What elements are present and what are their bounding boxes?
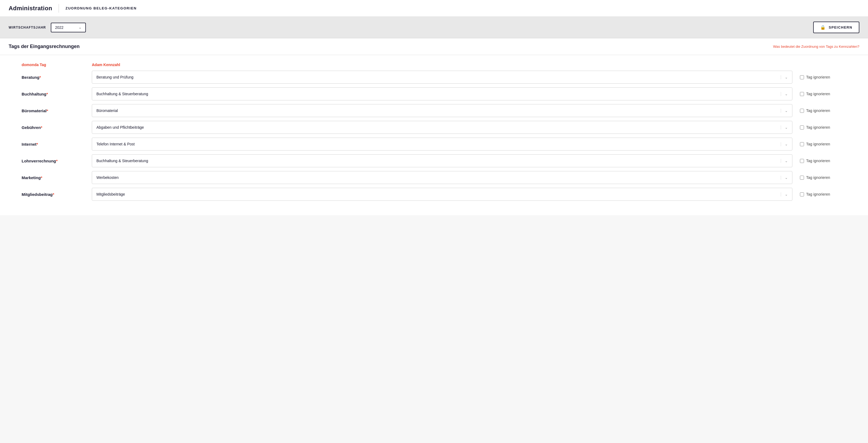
tag-label-4: Internet* (22, 142, 92, 146)
wirtschaftsjahr-label: WIRTSCHAFTSJAHR (9, 26, 46, 29)
required-star-3: * (41, 125, 42, 130)
ignore-label-5: Tag ignorieren (806, 159, 830, 163)
tag-ignore-2[interactable]: Tag ignorieren (793, 108, 846, 113)
tag-ignore-0[interactable]: Tag ignorieren (793, 75, 846, 79)
rows-container: Beratung* Beratung und Prüfung ⌄ Tag ign… (22, 71, 846, 201)
page-subtitle: ZUORDNUNG BELEG-KATEGORIEN (65, 6, 136, 10)
ignore-label-4: Tag ignorieren (806, 142, 830, 146)
tag-row: Internet* Telefon Internet & Post ⌄ Tag … (22, 138, 846, 150)
col-header-tag: domonda Tag (22, 63, 92, 67)
ignore-label-2: Tag ignorieren (806, 108, 830, 113)
col-header-empty (793, 63, 846, 67)
tag-ignore-3[interactable]: Tag ignorieren (793, 125, 846, 130)
ignore-label-6: Tag ignorieren (806, 175, 830, 180)
tag-label-6: Marketing* (22, 175, 92, 180)
ignore-checkbox-4[interactable] (800, 142, 804, 146)
tag-dropdown-2[interactable]: Büromaterial ⌄ (92, 104, 793, 117)
required-star-5: * (56, 159, 58, 163)
tag-ignore-1[interactable]: Tag ignorieren (793, 92, 846, 96)
tag-dropdown-1[interactable]: Buchhaltung & Steuerberatung ⌄ (92, 88, 793, 100)
chevron-down-icon: ⌄ (781, 176, 788, 180)
table-area: domonda Tag Adam Kennzahl Beratung* Bera… (0, 55, 868, 215)
toolbar: WIRTSCHAFTSJAHR 2022 ⌄ 🔒 SPEICHERN (0, 17, 868, 38)
chevron-down-icon: ⌄ (781, 75, 788, 79)
tag-dropdown-7[interactable]: Mitgliedsbeiträge ⌄ (92, 188, 793, 201)
tag-label-1: Buchhaltung* (22, 92, 92, 96)
tag-dropdown-5[interactable]: Buchhaltung & Steuerberatung ⌄ (92, 154, 793, 167)
main-content: Tags der Eingangsrechnungen Was bedeutet… (0, 38, 868, 443)
dropdown-value-7: Mitgliedsbeiträge (96, 192, 125, 196)
section-header: Tags der Eingangsrechnungen Was bedeutet… (0, 38, 868, 55)
required-star-6: * (41, 175, 42, 180)
tag-label-0: Beratung* (22, 75, 92, 79)
save-icon: 🔒 (820, 25, 826, 30)
dropdown-value-0: Beratung und Prüfung (96, 75, 133, 79)
col-header-kennzahl: Adam Kennzahl (92, 63, 793, 67)
app-title: Administration (9, 5, 52, 12)
tag-label-3: Gebühren* (22, 125, 92, 130)
dropdown-value-6: Werbekosten (96, 175, 119, 180)
tag-label-2: Büromaterial* (22, 108, 92, 113)
ignore-checkbox-2[interactable] (800, 109, 804, 113)
chevron-down-icon: ⌄ (79, 25, 82, 29)
required-star-4: * (36, 142, 38, 146)
chevron-down-icon: ⌄ (781, 92, 788, 96)
tag-ignore-4[interactable]: Tag ignorieren (793, 142, 846, 146)
dropdown-value-2: Büromaterial (96, 108, 118, 113)
chevron-down-icon: ⌄ (781, 109, 788, 113)
required-star-0: * (39, 75, 41, 79)
ignore-checkbox-5[interactable] (800, 159, 804, 163)
section-title: Tags der Eingangsrechnungen (9, 44, 80, 49)
tag-label-5: Lohnverrechnung* (22, 159, 92, 163)
ignore-label-1: Tag ignorieren (806, 92, 830, 96)
toolbar-left: WIRTSCHAFTSJAHR 2022 ⌄ (9, 23, 86, 32)
dropdown-value-4: Telefon Internet & Post (96, 142, 135, 146)
tag-row: Beratung* Beratung und Prüfung ⌄ Tag ign… (22, 71, 846, 83)
help-link[interactable]: Was bedeutet die Zuordnung von Tags zu K… (773, 44, 859, 48)
ignore-checkbox-0[interactable] (800, 75, 804, 79)
tag-dropdown-0[interactable]: Beratung und Prüfung ⌄ (92, 71, 793, 83)
tag-ignore-5[interactable]: Tag ignorieren (793, 159, 846, 163)
tag-row: Lohnverrechnung* Buchhaltung & Steuerber… (22, 154, 846, 167)
dropdown-value-3: Abgaben und Pflichtbeiträge (96, 125, 144, 130)
tag-row: Buchhaltung* Buchhaltung & Steuerberatun… (22, 88, 846, 100)
header-divider (59, 4, 59, 13)
save-button[interactable]: 🔒 SPEICHERN (813, 22, 859, 33)
tag-dropdown-3[interactable]: Abgaben und Pflichtbeiträge ⌄ (92, 121, 793, 134)
ignore-checkbox-6[interactable] (800, 176, 804, 180)
year-value: 2022 (55, 25, 63, 30)
tag-dropdown-6[interactable]: Werbekosten ⌄ (92, 171, 793, 184)
tag-row: Büromaterial* Büromaterial ⌄ Tag ignorie… (22, 104, 846, 117)
ignore-label-0: Tag ignorieren (806, 75, 830, 79)
header-bar: Administration ZUORDNUNG BELEG-KATEGORIE… (0, 0, 868, 17)
column-headers: domonda Tag Adam Kennzahl (22, 63, 846, 67)
required-star-2: * (47, 108, 48, 113)
dropdown-value-1: Buchhaltung & Steuerberatung (96, 92, 148, 96)
tag-row: Mitgliedsbeitrag* Mitgliedsbeiträge ⌄ Ta… (22, 188, 846, 201)
dropdown-value-5: Buchhaltung & Steuerberatung (96, 159, 148, 163)
tag-dropdown-4[interactable]: Telefon Internet & Post ⌄ (92, 138, 793, 150)
save-label: SPEICHERN (829, 25, 852, 29)
tag-ignore-7[interactable]: Tag ignorieren (793, 192, 846, 196)
required-star-1: * (46, 92, 48, 96)
chevron-down-icon: ⌄ (781, 159, 788, 163)
tag-row: Gebühren* Abgaben und Pflichtbeiträge ⌄ … (22, 121, 846, 134)
ignore-checkbox-7[interactable] (800, 192, 804, 196)
ignore-checkbox-1[interactable] (800, 92, 804, 96)
chevron-down-icon: ⌄ (781, 142, 788, 146)
tag-ignore-6[interactable]: Tag ignorieren (793, 175, 846, 180)
tag-row: Marketing* Werbekosten ⌄ Tag ignorieren (22, 171, 846, 184)
required-star-7: * (53, 192, 54, 197)
ignore-checkbox-3[interactable] (800, 126, 804, 130)
ignore-label-3: Tag ignorieren (806, 125, 830, 130)
chevron-down-icon: ⌄ (781, 126, 788, 130)
year-select[interactable]: 2022 ⌄ (51, 23, 86, 32)
tag-label-7: Mitgliedsbeitrag* (22, 192, 92, 197)
chevron-down-icon: ⌄ (781, 192, 788, 196)
ignore-label-7: Tag ignorieren (806, 192, 830, 196)
